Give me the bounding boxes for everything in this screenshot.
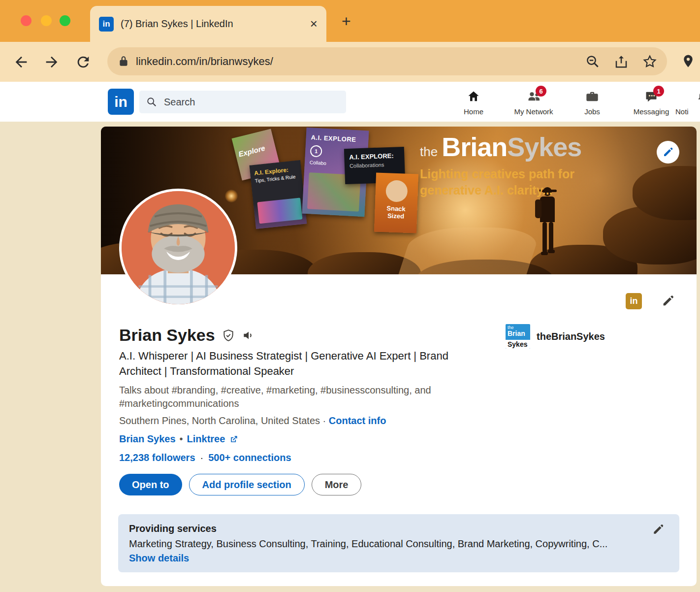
verified-shield-icon[interactable] (222, 329, 235, 342)
edit-services-pencil-icon[interactable] (652, 523, 665, 536)
zoom-window-button[interactable] (60, 15, 70, 26)
external-link-icon (229, 434, 239, 444)
separator-bullet: • (180, 433, 183, 445)
linkedin-profile-icon[interactable]: in (626, 293, 642, 309)
book-art (257, 197, 302, 224)
messaging-badge: 1 (653, 86, 664, 97)
contact-info-link[interactable]: Contact info (329, 415, 386, 426)
location-pin-icon[interactable] (681, 54, 696, 68)
linkedin-logo[interactable]: in (108, 89, 134, 115)
banner-tagline-line2: generative A.I. clarity... (420, 182, 581, 198)
location-text: Southern Pines, North Carolina, United S… (119, 415, 320, 426)
browser-toolbar: linkedin.com/in/brianwsykes/ (0, 42, 700, 82)
url-text: linkedin.com/in/brianwsykes/ (136, 55, 572, 68)
linkedin-favicon: in (99, 17, 114, 32)
lock-icon (117, 55, 130, 68)
reload-icon[interactable] (75, 54, 92, 70)
nav-messaging[interactable]: 1 Messaging (624, 89, 678, 120)
add-profile-section-button[interactable]: Add profile section (189, 474, 305, 495)
separator-dot: · (200, 452, 204, 463)
search-box[interactable] (139, 91, 346, 113)
nav-my-network[interactable]: 6 My Network (507, 89, 561, 120)
open-to-button[interactable]: Open to (119, 474, 182, 495)
tab-close-icon[interactable]: × (310, 16, 318, 32)
followers-link[interactable]: 12,238 followers (119, 452, 195, 463)
website-row: Brian Sykes • Linktree (119, 433, 239, 445)
browser-window: in (7) Brian Sykes | LinkedIn × + linked… (0, 0, 700, 592)
name-row: Brian Sykes (119, 326, 255, 345)
close-window-button[interactable] (21, 15, 32, 26)
profile-headline: A.I. Whisperer | AI Business Strategist … (119, 348, 486, 379)
banner-glow (225, 190, 238, 202)
banner-path (399, 228, 542, 274)
search-input[interactable] (163, 96, 339, 108)
brand-brian: Brian (442, 132, 507, 162)
bell-icon (696, 90, 700, 103)
website-name-link[interactable]: Brian Sykes (119, 433, 176, 445)
share-icon[interactable] (614, 54, 629, 69)
providing-services-card: Providing services Marketing Strategy, B… (118, 514, 679, 572)
nav-label: Home (446, 107, 501, 116)
services-list: Marketing Strategy, Business Consulting,… (129, 538, 651, 550)
address-bar[interactable]: linkedin.com/in/brianwsykes/ (107, 47, 667, 75)
linkedin-header: in Home 6 My Network Jobs (0, 82, 700, 122)
connections-link[interactable]: 500+ connections (208, 452, 291, 463)
banner-book-cover: A.I. Explore: Tips, Tricks & Rule (249, 160, 307, 229)
home-icon (467, 90, 480, 103)
nav-label: Jobs (565, 107, 619, 116)
bookmark-star-icon[interactable] (642, 54, 657, 69)
tab-title: (7) Brian Sykes | LinkedIn (121, 18, 305, 30)
browser-tab[interactable]: in (7) Brian Sykes | LinkedIn × (90, 6, 326, 42)
search-icon (146, 97, 157, 107)
services-title: Providing services (129, 523, 668, 534)
talks-about: Talks about #branding, #creative, #marke… (119, 384, 471, 410)
profile-photo-image (122, 191, 235, 304)
nav-notifications[interactable]: Noti (675, 89, 700, 120)
company-logo-sykes: Sykes (506, 340, 530, 349)
jobs-icon (585, 90, 599, 103)
current-company[interactable]: the Brian Sykes theBrianSykes (506, 324, 605, 349)
action-buttons: Open to Add profile section More (119, 474, 361, 495)
linktree-link[interactable]: Linktree (187, 433, 225, 445)
show-details-link[interactable]: Show details (129, 553, 189, 564)
banner-book-cover: Snack Sized (374, 173, 418, 233)
brand-sykes: Sykes (507, 132, 581, 162)
name-pronunciation-speaker-icon[interactable] (242, 329, 255, 342)
followers-row: 12,238 followers · 500+ connections (119, 452, 291, 463)
nav-label: Messaging (624, 107, 678, 116)
minimize-window-button[interactable] (41, 15, 52, 26)
nav-home[interactable]: Home (446, 89, 501, 120)
nav-label: My Network (507, 107, 561, 116)
network-badge: 6 (536, 86, 546, 97)
more-button[interactable]: More (312, 474, 362, 495)
book-title: Explore (238, 142, 273, 158)
company-logo: the Brian Sykes (506, 324, 530, 349)
banner-edit-button[interactable] (657, 141, 679, 164)
book-number-badge: 1 (310, 145, 322, 157)
profile-photo[interactable] (119, 189, 237, 307)
profile-card: Explore A.I. Explore: Tips, Tricks & Rul… (101, 127, 697, 586)
brand-the: the (420, 144, 438, 160)
profile-name: Brian Sykes (119, 326, 215, 345)
my-network-icon: 6 (527, 90, 541, 103)
company-name[interactable]: theBrianSykes (537, 331, 605, 342)
book-face-art (385, 180, 408, 202)
zoom-out-icon[interactable] (585, 54, 600, 69)
browser-tab-bar: in (7) Brian Sykes | LinkedIn × + (0, 0, 700, 42)
book-title: A.I. EXPLORE: (349, 152, 399, 161)
banner-brand-text: the Brian Sykes Lighting creatives path … (420, 132, 581, 198)
new-tab-button[interactable]: + (342, 15, 351, 27)
book-subtitle: Sized (379, 212, 413, 220)
messaging-icon: 1 (644, 90, 658, 103)
nav-jobs[interactable]: Jobs (565, 89, 619, 120)
company-logo-brian: Brian (508, 330, 528, 337)
banner-tagline-line1: Lighting creatives path for (420, 166, 581, 182)
edit-intro-pencil-icon[interactable] (661, 294, 675, 308)
book-title: A.I. EXPLORE (311, 133, 364, 144)
nav-label: Noti (675, 107, 700, 116)
book-subtitle: Collaborations (350, 161, 400, 169)
forward-icon[interactable] (43, 54, 60, 70)
location-row: Southern Pines, North Carolina, United S… (119, 415, 386, 427)
back-icon[interactable] (13, 54, 30, 70)
pencil-icon (662, 146, 674, 158)
